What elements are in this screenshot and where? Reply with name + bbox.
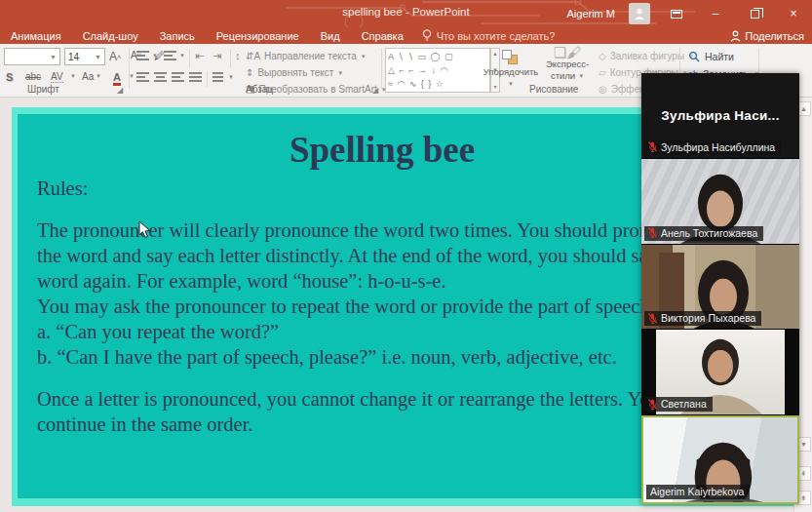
bullets-button[interactable] — [136, 51, 149, 60]
find-label: Найти — [705, 51, 734, 62]
paragraph-group-label: Абзац — [246, 84, 273, 95]
arrange-label: Упорядочить — [483, 67, 539, 77]
participant-name: Светлана — [661, 398, 707, 410]
font-color-button[interactable]: A — [113, 71, 121, 86]
align-center-icon — [154, 72, 167, 82]
text-direction-button[interactable]: ⇵A Направление текста ▼ — [246, 51, 367, 61]
chevron-down-icon: ▼ — [361, 54, 367, 59]
drawing-group-label: Рисование — [529, 84, 578, 95]
font-size-value: 14 — [68, 52, 79, 62]
tab-slideshow[interactable]: Слайд-шоу — [72, 27, 149, 44]
align-left-icon — [136, 72, 149, 82]
zoom-video-panel: Зульфира Наси... Зульфира Насибуллина — [641, 73, 799, 504]
ribbon-display-options-button[interactable] — [664, 3, 689, 24]
chevron-down-icon: ▼ — [578, 71, 584, 81]
tab-animation[interactable]: Анимация — [0, 27, 72, 44]
minimize-button[interactable]: – — [703, 3, 728, 24]
tab-record[interactable]: Запись — [149, 27, 206, 44]
columns-icon — [213, 72, 223, 82]
character-spacing-button[interactable]: AV — [51, 71, 63, 83]
restore-icon — [751, 10, 759, 19]
participant-name-tag: Aigerim Kaiyrbekova — [646, 485, 750, 499]
font-size-combobox[interactable]: 14▼ — [64, 48, 105, 65]
participant-tile[interactable]: Зульфира Наси... Зульфира Насибуллина — [641, 73, 799, 158]
align-center-button[interactable] — [154, 72, 167, 82]
share-button[interactable]: Поделиться — [730, 30, 804, 42]
participant-name: Зульфира Насибуллина — [661, 141, 775, 153]
participant-name: Aigerim Kaiyrbekova — [650, 486, 744, 497]
shapes-row-1: A ∖ ∖ ▭ ◯ ▢ — [388, 50, 487, 63]
participant-tile[interactable]: Светлана — [641, 330, 799, 414]
slide-title[interactable]: Spelling bee — [177, 129, 587, 171]
arrange-icon — [502, 50, 520, 65]
mic-muted-icon — [648, 141, 657, 152]
shape-effects-icon: ◎ — [599, 84, 607, 95]
shape-fill-icon: ◇ — [599, 51, 606, 61]
shapes-gallery[interactable]: A ∖ ∖ ▭ ◯ ▢ △ ⌐ ⌐ → ↓ ◠ ≈ ◠ ∿ { } ☆ — [385, 48, 490, 93]
restore-button[interactable] — [742, 3, 767, 24]
align-text-button[interactable]: ⇕ Выровнять текст ▼ — [246, 67, 343, 78]
align-text-label: Выровнять текст — [257, 67, 333, 78]
numbering-button[interactable] — [164, 51, 176, 60]
participant-tile[interactable]: Анель Тохтигожаева — [641, 159, 799, 244]
participant-name-tag: Зульфира Насибуллина — [644, 140, 781, 155]
tab-review[interactable]: Рецензирование — [206, 27, 310, 44]
chevron-down-icon: ▼ — [70, 73, 76, 79]
font-dialog-launcher[interactable]: ◢ — [117, 86, 123, 95]
tell-me-label: Что вы хотите сделать? — [437, 30, 556, 42]
align-right-icon — [172, 72, 184, 82]
paragraph-dialog-launcher[interactable]: ◢ — [372, 86, 378, 95]
quick-styles-label-1: Экспресс- — [546, 59, 589, 69]
search-icon — [688, 51, 700, 62]
increase-indent-button[interactable]: ⇥ — [213, 50, 221, 62]
participant-name-tag: Анель Тохтигожаева — [644, 226, 763, 241]
tell-me-box[interactable]: Что вы хотите сделать? — [422, 29, 556, 42]
participant-display-name: Зульфира Наси... — [641, 108, 799, 123]
account-avatar[interactable] — [629, 3, 650, 24]
shape-outline-icon: ▱ — [599, 67, 606, 78]
smartart-label: Преобразовать в SmartArt — [258, 84, 376, 95]
mouse-cursor — [138, 220, 151, 239]
decrease-indent-button[interactable]: ⇤ — [195, 50, 204, 62]
ribbon-tab-row: Анимация Слайд-шоу Запись Рецензирование… — [0, 27, 812, 44]
participant-tile[interactable]: Виктория Пыхарева — [641, 245, 799, 330]
font-name-combobox[interactable]: ▼ — [4, 48, 60, 65]
find-button[interactable]: Найти — [688, 51, 734, 62]
line-spacing-button[interactable]: ↕ — [235, 50, 241, 61]
change-case-button[interactable]: Aa — [82, 71, 94, 82]
participant-tile-active-speaker[interactable]: Aigerim Kaiyrbekova — [641, 415, 799, 504]
quick-styles-label-2: стили▼ — [551, 71, 584, 81]
text-direction-label: Направление текста — [264, 51, 357, 61]
participant-name-tag: Светлана — [644, 397, 713, 412]
chevron-down-icon: ▼ — [508, 79, 514, 89]
share-label: Поделиться — [745, 30, 804, 42]
text-direction-icon: ⇵A — [246, 51, 260, 61]
tab-help[interactable]: Справка — [351, 27, 414, 44]
tab-view[interactable]: Вид — [310, 27, 351, 44]
quick-styles-icon: ❏🖌 — [554, 48, 581, 58]
grow-font-glyph: A — [109, 50, 117, 63]
chevron-down-icon: ▼ — [179, 53, 185, 59]
shapes-row-3: ≈ ◠ ∿ { } ☆ — [388, 77, 487, 91]
bullets-icon — [136, 51, 149, 60]
participant-name: Анель Тохтигожаева — [661, 227, 757, 239]
lightbulb-icon — [422, 29, 432, 42]
align-right-button[interactable] — [172, 72, 184, 82]
close-button[interactable]: × — [781, 3, 806, 24]
participant-name: Виктория Пыхарева — [661, 312, 755, 324]
font-group-label: Шрифт — [27, 84, 59, 95]
strikethrough-button[interactable]: abc — [25, 71, 41, 82]
align-left-button[interactable] — [136, 72, 149, 82]
align-text-icon: ⇕ — [246, 67, 253, 78]
ribbon-display-icon — [671, 10, 682, 19]
columns-button[interactable] — [213, 72, 223, 82]
account-name[interactable]: Aigerim M — [566, 8, 615, 20]
title-bar: spelling bee - PowerPoint Aigerim M – × — [0, 0, 812, 27]
chevron-down-icon: ▼ — [337, 70, 343, 76]
justify-button[interactable] — [189, 72, 202, 82]
text-shadow-button[interactable]: S — [6, 71, 13, 83]
grow-font-button[interactable]: A˄ — [109, 50, 121, 63]
shape-fill-label: Заливка фигуры — [610, 51, 684, 61]
numbering-icon — [164, 51, 176, 60]
share-person-icon — [730, 30, 741, 42]
